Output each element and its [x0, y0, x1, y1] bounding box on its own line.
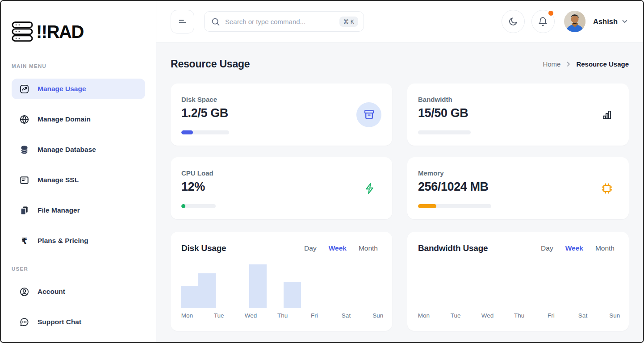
stats-grid: Disk Space1.2/5 GBBandwidth15/50 GBCPU L…	[171, 84, 629, 219]
x-axis-label: Thu	[514, 312, 524, 319]
sidebar-section-label: USER	[12, 266, 145, 272]
sidebar-item-support-chat[interactable]: Support Chat	[12, 312, 145, 332]
chart-range-tabs: DayWeekMonth	[541, 244, 618, 252]
sidebar-item-manage-database[interactable]: Manage Database	[12, 139, 145, 160]
stat-card-disk-space: Disk Space1.2/5 GB	[171, 84, 392, 146]
search-box[interactable]: ⌘ K	[204, 11, 364, 32]
x-axis-label: Fri	[548, 312, 555, 319]
x-axis-label: Mon	[418, 312, 430, 319]
tab-month[interactable]: Month	[359, 244, 378, 252]
archive-icon	[356, 102, 381, 127]
rupee-icon: ₹	[19, 236, 29, 246]
stat-label: Memory	[418, 169, 618, 177]
sidebar-item-label: Manage SSL	[38, 176, 79, 184]
tab-month[interactable]: Month	[595, 244, 615, 252]
stat-value: 256/1024 MB	[418, 180, 618, 194]
brand-logo[interactable]: !!RAD	[12, 21, 145, 43]
stat-progress-fill	[418, 204, 436, 208]
certificate-icon	[19, 175, 29, 185]
x-axis-label: Sun	[609, 312, 620, 319]
sidebar-item-label: File Manager	[38, 206, 80, 214]
files-icon	[19, 205, 29, 216]
chevron-right-icon	[565, 61, 572, 67]
breadcrumb-home[interactable]: Home	[543, 60, 560, 68]
x-axis-label: Sat	[342, 312, 351, 319]
chart-line-icon	[19, 84, 29, 94]
sidebar-item-label: Manage Domain	[38, 115, 91, 123]
database-icon	[19, 145, 29, 155]
user-icon	[19, 287, 29, 297]
topbar: ⌘ K Ashish	[156, 1, 643, 42]
stat-progress-track	[418, 130, 471, 134]
stat-card-bandwidth: Bandwidth15/50 GB	[407, 84, 629, 146]
chart-card-bandwidth-usage: Bandwidth UsageDayWeekMonthMonTueWedThuF…	[407, 232, 629, 331]
stat-progress-track	[418, 204, 491, 208]
brand-name: !!RAD	[36, 22, 84, 42]
x-axis-label: Sun	[372, 312, 383, 319]
tab-week[interactable]: Week	[565, 244, 583, 252]
x-axis-label: Wed	[481, 312, 494, 319]
moon-icon	[508, 17, 518, 27]
stat-value: 1.2/5 GB	[181, 106, 381, 120]
search-input[interactable]	[225, 18, 335, 25]
tab-day[interactable]: Day	[304, 244, 317, 252]
sidebar-item-label: Manage Usage	[38, 85, 86, 93]
main-area: ⌘ K Ashish Resource Usage Home Resource	[156, 1, 643, 342]
sidebar-item-manage-domain[interactable]: Manage Domain	[12, 109, 145, 130]
search-shortcut-badge: ⌘ K	[339, 17, 358, 27]
server-stack-icon	[12, 21, 33, 42]
page-content: Resource Usage Home Resource Usage Disk …	[156, 42, 643, 342]
menu-toggle-button[interactable]	[171, 10, 194, 33]
sidebar: !!RAD MAIN MENUManage UsageManage Domain…	[1, 1, 156, 342]
x-axis-label: Tue	[214, 312, 224, 319]
sidebar-item-label: Account	[38, 288, 65, 296]
stat-card-memory: Memory256/1024 MB	[407, 157, 629, 219]
sidebar-item-manage-usage[interactable]: Manage Usage	[12, 79, 145, 99]
chart-bar	[249, 264, 267, 308]
sidebar-item-manage-ssl[interactable]: Manage SSL	[12, 170, 145, 190]
chat-icon	[19, 317, 29, 327]
app-window: !!RAD MAIN MENUManage UsageManage Domain…	[0, 0, 644, 343]
chart-card-disk-usage: Disk UsageDayWeekMonthMonTueWedThuFriSat…	[171, 232, 392, 331]
globe-icon	[19, 114, 29, 125]
sidebar-item-plans-pricing[interactable]: ₹Plans & Pricing	[12, 230, 145, 251]
x-axis-label: Mon	[181, 312, 193, 319]
sidebar-section-label: MAIN MENU	[12, 63, 145, 69]
tab-week[interactable]: Week	[329, 244, 347, 252]
stat-label: Disk Space	[181, 96, 381, 103]
chart-bar	[181, 286, 198, 308]
cpu-icon	[601, 183, 613, 194]
sidebar-item-file-manager[interactable]: File Manager	[12, 200, 145, 221]
zap-icon	[364, 182, 376, 194]
breadcrumb-current: Resource Usage	[576, 60, 629, 68]
sidebar-item-label: Support Chat	[38, 318, 81, 326]
sidebar-item-account[interactable]: Account	[12, 281, 145, 302]
page-title: Resource Usage	[171, 58, 250, 70]
tab-day[interactable]: Day	[541, 244, 553, 252]
chart-title: Disk Usage	[181, 243, 226, 253]
chart-bar	[284, 282, 301, 308]
notification-dot	[548, 11, 553, 16]
stat-card-cpu-load: CPU Load12%	[171, 157, 392, 219]
stat-value: 12%	[181, 180, 381, 194]
avatar[interactable]	[564, 11, 585, 32]
breadcrumb: Home Resource Usage	[543, 60, 629, 68]
stat-label: CPU Load	[181, 169, 381, 177]
notifications-button[interactable]	[531, 10, 555, 33]
chart-bar	[198, 273, 216, 308]
dark-mode-button[interactable]	[502, 10, 525, 33]
chart-header: Disk UsageDayWeekMonth	[181, 243, 381, 253]
user-name[interactable]: Ashish	[593, 17, 618, 26]
bar-chart-icon	[601, 109, 613, 121]
chart-range-tabs: DayWeekMonth	[304, 244, 381, 252]
stat-label: Bandwidth	[418, 96, 618, 103]
charts-grid: Disk UsageDayWeekMonthMonTueWedThuFriSat…	[171, 232, 629, 331]
chevron-down-icon[interactable]	[621, 17, 629, 25]
stat-progress-track	[181, 130, 229, 134]
stat-progress-fill	[181, 204, 185, 208]
chart-header: Bandwidth UsageDayWeekMonth	[418, 243, 618, 253]
menu-icon	[178, 17, 188, 26]
sidebar-item-label: Plans & Pricing	[38, 237, 88, 245]
search-icon	[211, 17, 220, 26]
stat-progress-track	[181, 204, 216, 208]
